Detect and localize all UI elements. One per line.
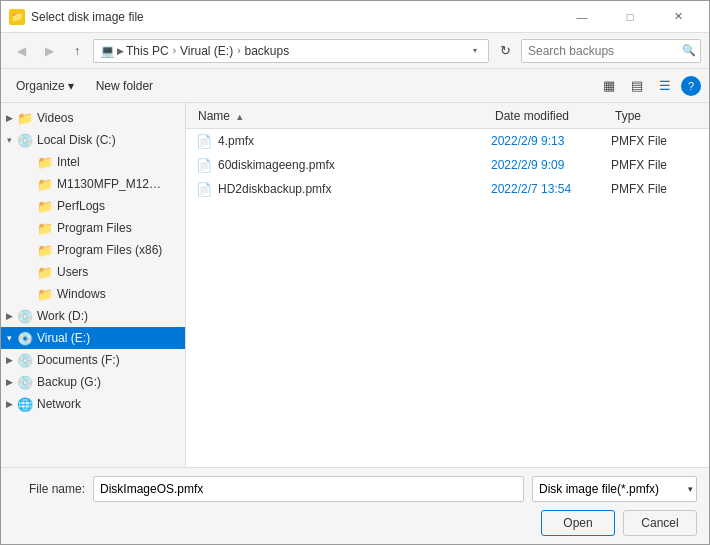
- sidebar-item-label-documents-f: Documents (F:): [37, 353, 120, 367]
- drive-icon-f: 💿: [17, 352, 33, 368]
- sidebar-item-label-work-d: Work (D:): [37, 309, 88, 323]
- file-date-0: 2022/2/9 9:13: [491, 134, 611, 148]
- sidebar-item-label-network: Network: [37, 397, 81, 411]
- file-name-1: 60diskimageeng.pmfx: [218, 158, 491, 172]
- new-folder-label: New folder: [96, 79, 153, 93]
- dialog-icon: 📁: [9, 9, 25, 25]
- help-button[interactable]: ?: [681, 76, 701, 96]
- cancel-button[interactable]: Cancel: [623, 510, 697, 536]
- view-list-icon: ☰: [659, 78, 671, 93]
- tree-toggle-program-files-x86: [21, 242, 37, 258]
- file-type-2: PMFX File: [611, 182, 701, 196]
- file-date-2: 2022/2/7 13:54: [491, 182, 611, 196]
- sidebar-item-videos[interactable]: ▶ 📁 Videos: [1, 107, 185, 129]
- minimize-button[interactable]: —: [559, 7, 605, 27]
- folder-icon-intel: 📁: [37, 154, 53, 170]
- help-icon: ?: [688, 80, 694, 92]
- breadcrumb-backups: backups: [245, 44, 290, 58]
- filename-input[interactable]: [93, 476, 524, 502]
- column-name-label: Name: [198, 109, 230, 123]
- column-header-name[interactable]: Name ▲: [194, 105, 491, 127]
- thispc-label: This PC: [126, 44, 169, 58]
- main-content: ▶ 📁 Videos ▾ 💿 Local Disk (C:) 📁 Intel 📁…: [1, 103, 709, 467]
- tree-toggle-backup-g: ▶: [1, 374, 17, 390]
- file-type-1: PMFX File: [611, 158, 701, 172]
- breadcrumb-dropdown-arrow[interactable]: ▾: [468, 39, 482, 63]
- file-list-panel: Name ▲ Date modified Type 📄 4.pmfx 2022/…: [186, 103, 709, 467]
- drive-icon-e: 💿: [17, 330, 33, 346]
- tree-toggle-work-d: ▶: [1, 308, 17, 324]
- forward-icon: ▶: [45, 44, 54, 58]
- breadcrumb-virual: Virual (E:): [180, 44, 233, 58]
- organize-label: Organize: [16, 79, 65, 93]
- sidebar-item-program-files[interactable]: 📁 Program Files: [1, 217, 185, 239]
- drive-icon-c: 💿: [17, 132, 33, 148]
- sidebar-item-local-disk-c[interactable]: ▾ 💿 Local Disk (C:): [1, 129, 185, 151]
- refresh-button[interactable]: ↻: [493, 39, 517, 63]
- sidebar-item-documents-f[interactable]: ▶ 💿 Documents (F:): [1, 349, 185, 371]
- new-folder-button[interactable]: New folder: [89, 75, 160, 97]
- tree-toggle-network: ▶: [1, 396, 17, 412]
- file-row-2[interactable]: 📄 HD2diskbackup.pmfx 2022/2/7 13:54 PMFX…: [186, 177, 709, 201]
- folder-icon-perflogs: 📁: [37, 198, 53, 214]
- up-button[interactable]: ↑: [65, 39, 89, 63]
- view-list-button[interactable]: ☰: [653, 74, 677, 98]
- buttons-row: Open Cancel: [13, 510, 697, 536]
- open-button[interactable]: Open: [541, 510, 615, 536]
- sidebar-item-perflogs[interactable]: 📁 PerfLogs: [1, 195, 185, 217]
- window-controls: — □ ✕: [559, 7, 701, 27]
- drive-icon-d: 💿: [17, 308, 33, 324]
- tree-toggle-program-files: [21, 220, 37, 236]
- dialog-title: Select disk image file: [31, 10, 144, 24]
- thispc-icon: 💻: [100, 44, 115, 58]
- sidebar-item-label-program-files-x86: Program Files (x86): [57, 243, 162, 257]
- view-details-button[interactable]: ▦: [597, 74, 621, 98]
- sidebar-item-users[interactable]: 📁 Users: [1, 261, 185, 283]
- maximize-button[interactable]: □: [607, 7, 653, 27]
- organize-button[interactable]: Organize ▾: [9, 75, 81, 97]
- sidebar-item-backup-g[interactable]: ▶ 💿 Backup (G:): [1, 371, 185, 393]
- organize-toolbar: Organize ▾ New folder ▦ ▤ ☰ ?: [1, 69, 709, 103]
- column-header-date[interactable]: Date modified: [491, 105, 611, 127]
- sidebar-item-virual-e[interactable]: ▾ 💿 Virual (E:): [1, 327, 185, 349]
- sidebar-item-label-users: Users: [57, 265, 88, 279]
- forward-button[interactable]: ▶: [37, 39, 61, 63]
- sidebar-item-work-d[interactable]: ▶ 💿 Work (D:): [1, 305, 185, 327]
- organize-arrow-icon: ▾: [68, 79, 74, 93]
- sidebar-item-intel[interactable]: 📁 Intel: [1, 151, 185, 173]
- breadcrumb-bar[interactable]: 💻 ▶ This PC › Virual (E:) › backups ▾: [93, 39, 489, 63]
- filename-label: File name:: [13, 482, 85, 496]
- breadcrumb-folder-icon: ▶: [117, 46, 124, 56]
- column-header-type[interactable]: Type: [611, 105, 701, 127]
- search-input[interactable]: [528, 44, 678, 58]
- folder-icon-program-files-x86: 📁: [37, 242, 53, 258]
- backups-label: backups: [245, 44, 290, 58]
- search-icon[interactable]: 🔍: [682, 44, 696, 57]
- file-icon-1: 📄: [194, 158, 214, 173]
- sidebar-item-program-files-x86[interactable]: 📁 Program Files (x86): [1, 239, 185, 261]
- tree-toggle-videos: ▶: [1, 110, 17, 126]
- file-row-0[interactable]: 📄 4.pmfx 2022/2/9 9:13 PMFX File: [186, 129, 709, 153]
- sidebar-item-label-backup-g: Backup (G:): [37, 375, 101, 389]
- sidebar-item-m1130[interactable]: 📁 M1130MFP_M1210MF: [1, 173, 185, 195]
- search-box[interactable]: 🔍: [521, 39, 701, 63]
- view-toggle-button[interactable]: ▤: [625, 74, 649, 98]
- sidebar-item-label-videos: Videos: [37, 111, 73, 125]
- folder-icon-m1130: 📁: [37, 176, 53, 192]
- filetype-dropdown-wrapper: Disk image file(*.pmfx) All files (*.*) …: [532, 476, 697, 502]
- sort-arrow-icon: ▲: [235, 112, 244, 122]
- folder-icon-windows: 📁: [37, 286, 53, 302]
- sidebar-item-network[interactable]: ▶ 🌐 Network: [1, 393, 185, 415]
- back-button[interactable]: ◀: [9, 39, 33, 63]
- sidebar-item-label-local-disk-c: Local Disk (C:): [37, 133, 116, 147]
- filetype-dropdown[interactable]: Disk image file(*.pmfx) All files (*.*): [532, 476, 697, 502]
- file-row-1[interactable]: 📄 60diskimageeng.pmfx 2022/2/9 9:09 PMFX…: [186, 153, 709, 177]
- title-bar-left: 📁 Select disk image file: [9, 9, 144, 25]
- sidebar-item-windows[interactable]: 📁 Windows: [1, 283, 185, 305]
- tree-toggle-m1130: [21, 176, 37, 192]
- column-date-label: Date modified: [495, 109, 569, 123]
- file-icon-0: 📄: [194, 134, 214, 149]
- up-icon: ↑: [74, 44, 80, 58]
- close-button[interactable]: ✕: [655, 7, 701, 27]
- breadcrumb-sep2: ›: [237, 45, 240, 56]
